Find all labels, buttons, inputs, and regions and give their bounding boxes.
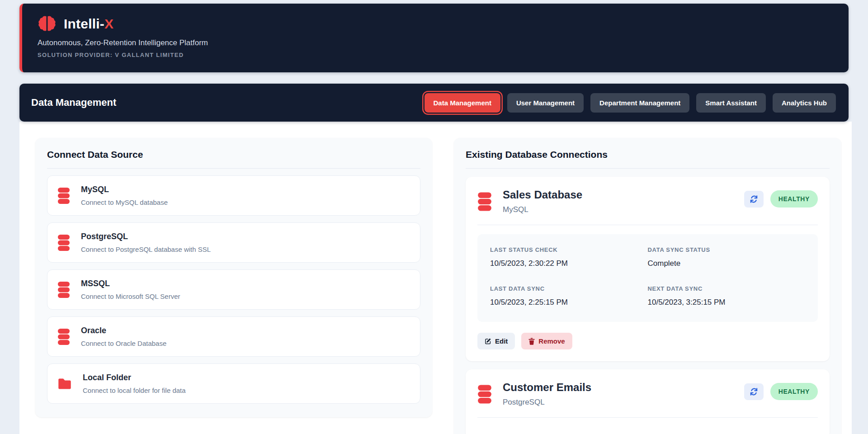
source-name: MySQL: [81, 185, 168, 194]
source-card-mysql[interactable]: MySQL Connect to MySQL database: [47, 175, 420, 216]
source-description: Connect to local folder for file data: [83, 387, 186, 394]
source-name: Local Folder: [83, 373, 186, 382]
refresh-button[interactable]: [744, 383, 764, 400]
connections-panel-title: Existing Database Connections: [466, 149, 830, 160]
main-content: Connect Data Source MySQL Connect to MyS…: [19, 122, 852, 434]
remove-button[interactable]: Remove: [521, 333, 572, 349]
database-icon: [477, 192, 492, 211]
edit-icon: [485, 338, 491, 344]
tab-smart-assistant[interactable]: Smart Assistant: [696, 93, 766, 113]
tab-department-management[interactable]: Department Management: [590, 93, 689, 113]
connection-type: MySQL: [503, 205, 582, 214]
connect-panel-title: Connect Data Source: [47, 149, 420, 160]
database-icon: [57, 188, 70, 204]
detail-label: LAST DATA SYNC: [490, 285, 648, 292]
connection-type: PostgreSQL: [503, 398, 591, 407]
source-card-local-folder[interactable]: Local Folder Connect to local folder for…: [47, 363, 420, 404]
folder-icon: [57, 377, 72, 391]
detail-value: 10/5/2023, 2:30:22 PM: [490, 259, 648, 268]
app-subtitle: Autonomous, Zero-Retention Intelligence …: [38, 38, 849, 47]
source-description: Connect to Oracle Database: [81, 340, 166, 347]
divider: [466, 168, 830, 169]
source-name: MSSQL: [81, 279, 180, 288]
divider: [47, 168, 420, 169]
edit-button[interactable]: Edit: [477, 333, 515, 349]
detail-value: 10/5/2023, 3:25:15 PM: [648, 298, 806, 307]
refresh-icon: [750, 195, 758, 203]
database-icon: [477, 385, 492, 404]
app-title-accent: X: [104, 16, 113, 31]
connection-name: Customer Emails: [503, 381, 591, 394]
source-description: Connect to Microsoft SQL Server: [81, 292, 180, 300]
detail-last-data-sync: LAST DATA SYNC 10/5/2023, 2:25:15 PM: [490, 285, 648, 307]
tab-analytics-hub[interactable]: Analytics Hub: [773, 93, 836, 113]
refresh-icon: [750, 387, 758, 396]
database-icon: [57, 235, 70, 251]
refresh-button[interactable]: [744, 191, 764, 208]
detail-value: 10/5/2023, 2:25:15 PM: [490, 298, 648, 307]
connection-details: LAST STATUS CHECK 10/5/2023, 2:30:22 PM …: [477, 234, 818, 322]
brain-logo-icon: [38, 15, 57, 33]
status-badge: HEALTHY: [770, 383, 818, 400]
divider: [477, 225, 818, 225]
source-description: Connect to MySQL database: [81, 198, 168, 206]
connection-card-sales-database: Sales Database MySQL: [466, 177, 830, 361]
detail-data-sync-status: DATA SYNC STATUS Complete: [648, 246, 806, 268]
main-navbar: Data Management Data Management User Man…: [19, 84, 849, 122]
tab-data-management[interactable]: Data Management: [425, 93, 500, 113]
app-header: Intelli-X Autonomous, Zero-Retention Int…: [19, 4, 849, 72]
existing-connections-panel: Existing Database Connections Sales Data…: [454, 138, 841, 434]
page-title: Data Management: [31, 97, 116, 108]
source-description: Connect to PostgreSQL database with SSL: [81, 245, 211, 253]
database-icon: [57, 282, 70, 298]
remove-button-label: Remove: [538, 337, 565, 345]
source-card-mssql[interactable]: MSSQL Connect to Microsoft SQL Server: [47, 269, 420, 310]
edit-button-label: Edit: [495, 337, 508, 345]
tab-user-management[interactable]: User Management: [507, 93, 584, 113]
source-name: PostgreSQL: [81, 232, 211, 241]
connection-card-customer-emails: Customer Emails PostgreSQL: [466, 369, 830, 434]
status-badge: HEALTHY: [770, 190, 818, 208]
detail-label: DATA SYNC STATUS: [648, 246, 806, 253]
detail-label: NEXT DATA SYNC: [648, 285, 806, 292]
divider: [477, 417, 818, 418]
connect-data-source-panel: Connect Data Source MySQL Connect to MyS…: [35, 138, 432, 417]
connection-name: Sales Database: [503, 189, 582, 201]
app-title: Intelli-X: [64, 16, 113, 32]
detail-value: Complete: [648, 259, 806, 268]
source-name: Oracle: [81, 326, 166, 335]
nav-tabs: Data Management User Management Departme…: [425, 93, 836, 113]
trash-icon: [528, 338, 535, 345]
source-card-oracle[interactable]: Oracle Connect to Oracle Database: [47, 316, 420, 357]
detail-next-data-sync: NEXT DATA SYNC 10/5/2023, 3:25:15 PM: [648, 285, 806, 307]
database-icon: [57, 329, 70, 345]
solution-provider-label: SOLUTION PROVIDER: V GALLANT LIMITED: [38, 52, 849, 58]
detail-label: LAST STATUS CHECK: [490, 246, 648, 253]
detail-last-status-check: LAST STATUS CHECK 10/5/2023, 2:30:22 PM: [490, 246, 648, 268]
source-card-postgresql[interactable]: PostgreSQL Connect to PostgreSQL databas…: [47, 222, 420, 263]
